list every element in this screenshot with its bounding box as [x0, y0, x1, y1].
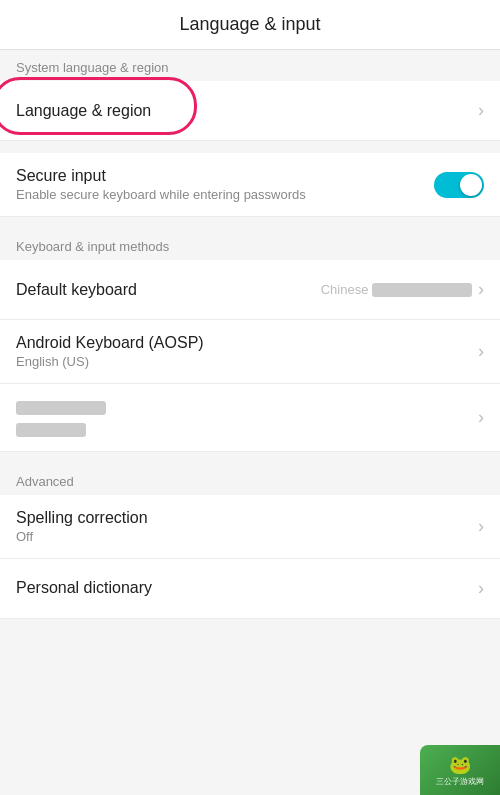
chevron-icon: ›	[478, 100, 484, 121]
title-bar: Language & input	[0, 0, 500, 50]
divider-3	[0, 452, 500, 464]
personal-dictionary-item[interactable]: Personal dictionary ›	[0, 559, 500, 619]
secure-input-toggle[interactable]	[434, 172, 484, 198]
watermark-badge: 🐸 三公子游戏网	[420, 745, 500, 795]
spelling-correction-title: Spelling correction	[16, 509, 478, 527]
default-keyboard-value: Chinese	[321, 282, 472, 298]
chevron-icon-3: ›	[478, 341, 484, 362]
secure-input-item[interactable]: Secure input Enable secure keyboard whil…	[0, 153, 500, 217]
divider-2	[0, 217, 500, 229]
chevron-icon-2: ›	[478, 279, 484, 300]
android-keyboard-content: Android Keyboard (AOSP) English (US)	[16, 334, 478, 369]
spelling-correction-subtitle: Off	[16, 529, 478, 544]
language-region-title: Language & region	[16, 102, 478, 120]
language-region-item[interactable]: Language & region ›	[0, 81, 500, 141]
section-header-system: System language & region	[0, 50, 500, 81]
spelling-correction-item[interactable]: Spelling correction Off ›	[0, 495, 500, 559]
blurred-item-subtitle	[16, 421, 478, 437]
section-header-advanced: Advanced	[0, 464, 500, 495]
secure-input-title: Secure input	[16, 167, 434, 185]
secure-input-subtitle: Enable secure keyboard while entering pa…	[16, 187, 434, 202]
section-header-keyboard: Keyboard & input methods	[0, 229, 500, 260]
android-keyboard-subtitle: English (US)	[16, 354, 478, 369]
page-title: Language & input	[179, 14, 320, 35]
spelling-correction-content: Spelling correction Off	[16, 509, 478, 544]
divider-1	[0, 141, 500, 153]
blurred-item[interactable]: ›	[0, 384, 500, 452]
language-region-content: Language & region	[16, 102, 478, 120]
blurred-item-content	[16, 398, 478, 437]
blurred-item-title	[16, 398, 478, 416]
secure-input-content: Secure input Enable secure keyboard whil…	[16, 167, 434, 202]
chevron-icon-6: ›	[478, 578, 484, 599]
chevron-icon-4: ›	[478, 407, 484, 428]
default-keyboard-title: Default keyboard	[16, 281, 321, 299]
personal-dictionary-content: Personal dictionary	[16, 579, 478, 597]
default-keyboard-content: Default keyboard	[16, 281, 321, 299]
android-keyboard-title: Android Keyboard (AOSP)	[16, 334, 478, 352]
personal-dictionary-title: Personal dictionary	[16, 579, 478, 597]
android-keyboard-item[interactable]: Android Keyboard (AOSP) English (US) ›	[0, 320, 500, 384]
default-keyboard-item[interactable]: Default keyboard Chinese ›	[0, 260, 500, 320]
chevron-icon-5: ›	[478, 516, 484, 537]
